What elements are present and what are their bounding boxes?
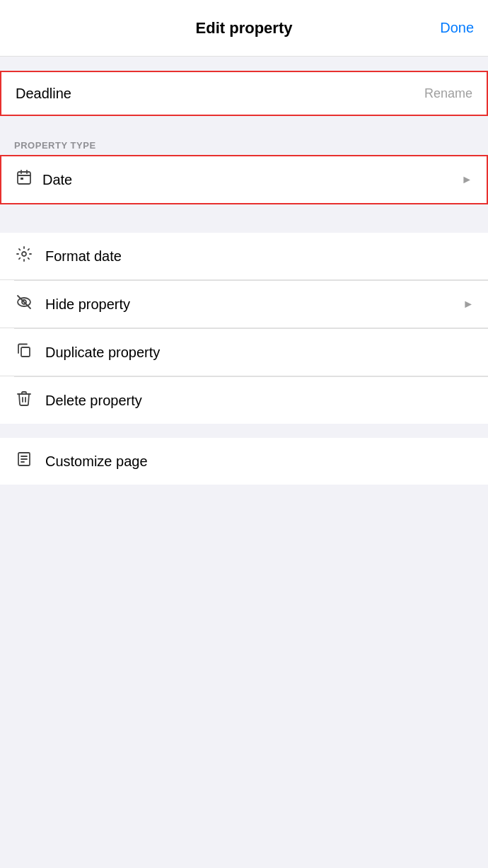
svg-rect-9 bbox=[21, 347, 30, 357]
svg-rect-4 bbox=[21, 178, 23, 180]
delete-property-label: Delete property bbox=[45, 393, 474, 409]
hide-property-chevron: ► bbox=[463, 298, 474, 311]
gap-after-header bbox=[0, 57, 488, 71]
duplicate-property-label: Duplicate property bbox=[45, 345, 474, 361]
menu-section: Format date Hide property ► Duplicate pr… bbox=[0, 233, 488, 424]
bottom-fill bbox=[0, 485, 488, 868]
page-title: Edit property bbox=[196, 19, 293, 37]
gap-before-type bbox=[0, 116, 488, 130]
property-name-row[interactable]: Deadline Rename bbox=[0, 71, 488, 116]
gap-before-menu bbox=[0, 204, 488, 219]
delete-property-icon bbox=[14, 390, 34, 411]
svg-rect-0 bbox=[18, 172, 30, 184]
hide-property-row[interactable]: Hide property ► bbox=[0, 281, 488, 328]
property-type-row[interactable]: Date ► bbox=[0, 155, 488, 204]
customize-page-label: Customize page bbox=[45, 453, 474, 470]
gap-before-customize bbox=[0, 424, 488, 438]
property-type-chevron: ► bbox=[461, 173, 472, 186]
format-date-label: Format date bbox=[45, 248, 474, 265]
date-icon bbox=[16, 169, 33, 190]
property-type-label: PROPERTY TYPE bbox=[0, 130, 488, 155]
header: Edit property Done bbox=[0, 0, 488, 57]
hide-property-icon bbox=[14, 294, 34, 315]
customize-page-icon bbox=[14, 451, 34, 472]
customize-section: Customize page bbox=[0, 438, 488, 485]
duplicate-property-icon bbox=[14, 342, 34, 363]
format-date-row[interactable]: Format date bbox=[0, 233, 488, 280]
delete-property-row[interactable]: Delete property bbox=[0, 377, 488, 424]
svg-point-5 bbox=[22, 252, 26, 256]
done-button[interactable]: Done bbox=[440, 20, 474, 36]
rename-button[interactable]: Rename bbox=[424, 86, 472, 101]
property-name-value: Deadline bbox=[16, 86, 71, 102]
hide-property-label: Hide property bbox=[45, 296, 451, 313]
customize-page-row[interactable]: Customize page bbox=[0, 438, 488, 485]
property-type-value: Date bbox=[42, 172, 72, 188]
duplicate-property-row[interactable]: Duplicate property bbox=[0, 329, 488, 376]
format-date-icon bbox=[14, 245, 34, 267]
date-row-left: Date bbox=[16, 169, 72, 190]
